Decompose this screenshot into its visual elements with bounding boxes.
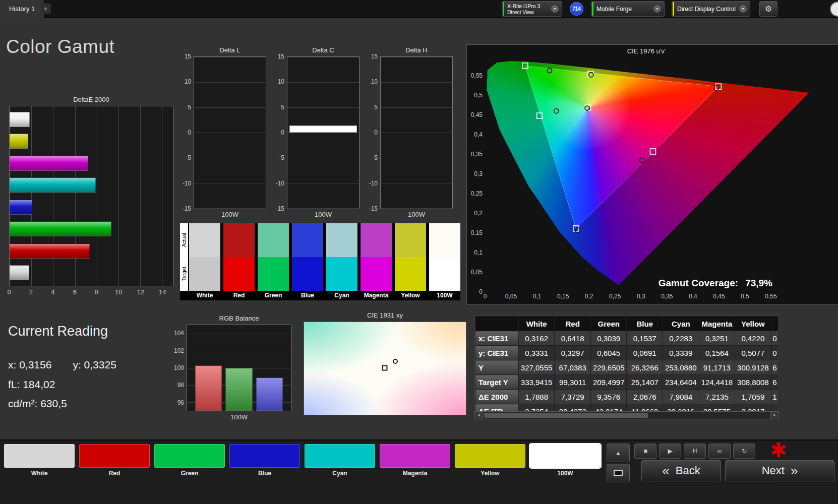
x-tick-label: 0,3 (637, 293, 645, 300)
pattern-source-dropdown[interactable]: Mobile Forge ▼ (591, 1, 665, 17)
current-reading-xy: x: 0,3156y: 0,3325 (8, 359, 116, 371)
cie1976-markers (485, 56, 838, 292)
table-cell: 2,3817 (735, 404, 771, 412)
meter-count-badge[interactable]: 714 (570, 2, 583, 16)
bar-row-magenta (10, 155, 173, 171)
back-button[interactable]: « Back (641, 460, 721, 481)
y-gridline (381, 82, 452, 83)
measured-marker-blue (575, 228, 580, 232)
scrollbar-thumb[interactable] (484, 413, 648, 418)
x-tick-label: 14 (159, 288, 166, 296)
pattern-button-100w[interactable]: 100W (530, 444, 601, 477)
display-control-dropdown[interactable]: Direct Display Control ▼ (672, 1, 750, 17)
scroll-right-button[interactable]: ► (770, 412, 779, 419)
next-button[interactable]: Next » (725, 460, 834, 481)
y-tick-label: 5 (374, 104, 378, 111)
add-tab-button[interactable]: + (40, 4, 51, 14)
x-tick-label: 12 (137, 288, 144, 296)
y-gridline (287, 82, 359, 83)
x-tick-label: 8 (95, 288, 98, 296)
stop-button[interactable]: ■ (634, 444, 656, 459)
chevron-down-icon: ▼ (551, 5, 559, 13)
pattern-button-white[interactable]: White (4, 444, 75, 477)
deltae-bar-cyan (10, 177, 96, 193)
cie1931-target-marker (382, 365, 387, 371)
swatch-label: Blue (292, 291, 323, 300)
bar-row-100w (10, 111, 173, 128)
y-gridline (381, 208, 452, 209)
collapse-button[interactable]: ▲ (607, 444, 630, 462)
y-gridline (287, 183, 359, 183)
source-status-indicator (592, 2, 593, 16)
pattern-label: White (4, 470, 75, 477)
refresh-button[interactable]: ↻ (733, 444, 755, 459)
play-button[interactable]: ▶ (659, 444, 681, 459)
table-cell: 0,6045 (590, 346, 627, 360)
table-cell: 229,6505 (590, 360, 627, 375)
results-table: WhiteRedGreenBlueCyanMagentaYellow x: CI… (474, 316, 779, 419)
table-row: ΔE 20001,78887,37299,35762,06767,90847,2… (475, 390, 779, 404)
pattern-label: 100W (530, 470, 601, 477)
table-cell: 124,4418 (699, 375, 735, 390)
chart-title: CIE 1976 u'v' (485, 47, 808, 55)
chevron-down-icon: ▼ (653, 5, 661, 13)
cie1976-yaxis: 00,050,10,150,20,250,30,350,40,450,50,55 (467, 56, 485, 292)
meter-dropdown[interactable]: X-Rite i1Pro 3 Direct View ▼ (502, 1, 562, 17)
scroll-left-button[interactable]: ◄ (475, 412, 483, 419)
calman-app: History 1 + X-Rite i1Pro 3 Direct View ▼… (0, 0, 838, 504)
x-tick-label: 0,55 (765, 293, 776, 300)
pattern-button-magenta[interactable]: Magenta (380, 444, 450, 477)
table-cell: 1,7888 (518, 390, 555, 404)
y-tick-label: 104 (174, 330, 184, 337)
column-header-white: White (518, 317, 555, 331)
levels-button[interactable]: H (684, 444, 706, 459)
y-gridline (381, 57, 452, 57)
table-horizontal-scrollbar[interactable]: ◄ ► (474, 411, 779, 419)
y-tick-label: -5 (372, 154, 378, 161)
table-cell: 327,0555 (518, 360, 555, 375)
pattern-button-blue[interactable]: Blue (229, 444, 300, 477)
column-header-cyan: Cyan (663, 317, 699, 331)
pattern-swatch (455, 444, 525, 468)
pattern-window-button[interactable] (607, 464, 630, 482)
table-cell: 38,3816 (663, 404, 699, 412)
meter-name-label: X-Rite i1Pro 3 (507, 3, 551, 9)
x-axis-label: 100W (169, 413, 291, 421)
link-button[interactable]: ∞ (708, 444, 731, 459)
x-tick-label: 0,05 (505, 293, 517, 300)
table-cell: 209,4997 (590, 375, 627, 390)
swatch-column-100w: 100W (429, 223, 460, 300)
bar-row-green (10, 221, 173, 237)
delta-c-plot (287, 56, 360, 209)
swatch-label: Green (258, 291, 289, 300)
settings-button[interactable]: ⚙ (759, 1, 777, 17)
y-gridline (287, 57, 359, 57)
pattern-button-red[interactable]: Red (79, 444, 150, 477)
y-tick-label: 10 (278, 78, 284, 85)
pattern-button-green[interactable]: Green (154, 444, 225, 477)
table-cell: 0 (771, 331, 778, 346)
rgb-balance-plot (187, 325, 291, 411)
actual-swatch-green (258, 223, 289, 257)
deltae-bar-yellow (10, 134, 28, 149)
y-gridline (194, 107, 266, 108)
table-cell: 0,3039 (590, 331, 627, 346)
bar-row-red (10, 243, 173, 259)
pattern-label: Red (79, 470, 150, 477)
tab-history-1[interactable]: History 1 (0, 0, 44, 18)
row-label: ΔE 2000 (475, 390, 519, 404)
table-cell: 1 (771, 390, 778, 404)
table-cell: 25,1407 (627, 375, 663, 390)
app-corner-button[interactable] (830, 2, 838, 17)
swatch-row-label: Target (180, 257, 188, 291)
table-cell: 0,6418 (555, 331, 591, 346)
pattern-button-cyan[interactable]: Cyan (305, 444, 375, 477)
table-cell: 28,4373 (555, 404, 591, 412)
table-cell: 11,0669 (627, 404, 663, 412)
pattern-button-yellow[interactable]: Yellow (455, 444, 525, 477)
y-gridline (194, 133, 266, 133)
y-tick-label: -15 (276, 205, 284, 212)
y-gridline (287, 133, 359, 133)
scrollbar-track[interactable] (483, 412, 770, 419)
table-row: x: CIE310,31620,64180,30390,15370,22830,… (475, 331, 779, 346)
